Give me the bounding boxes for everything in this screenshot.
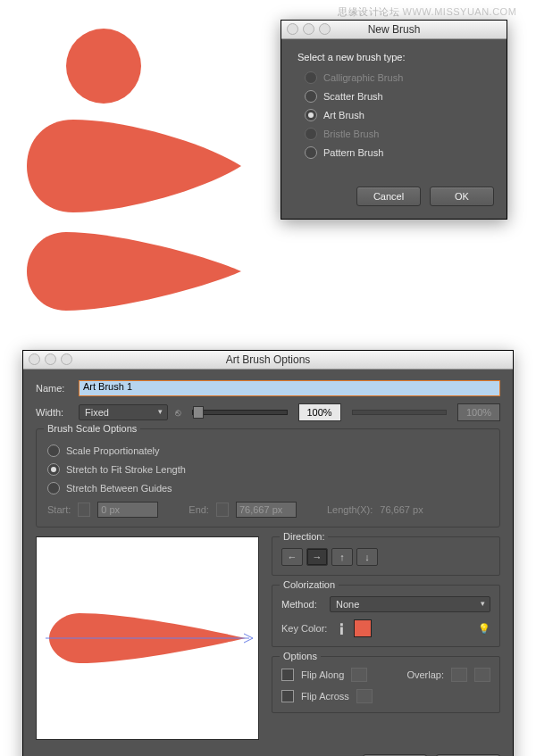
direction-right[interactable]: → [306, 548, 328, 566]
start-value: 0 px [97, 502, 158, 518]
artwork-shapes [27, 29, 268, 312]
direction-up[interactable]: ↑ [331, 548, 353, 566]
width-label: Width: [36, 407, 71, 418]
direction-left[interactable]: ← [281, 548, 303, 566]
radio-icon[interactable] [305, 90, 317, 103]
dialog-titlebar[interactable]: Art Brush Options [23, 351, 513, 370]
radio-icon[interactable] [305, 109, 317, 121]
width-dropdown[interactable]: Fixed [79, 404, 168, 420]
new-brush-heading: Select a new brush type: [297, 52, 492, 62]
method-dropdown[interactable]: None [330, 596, 490, 612]
scale-legend: Brush Scale Options [44, 423, 140, 434]
brush-type-pattern[interactable]: Pattern Brush [305, 146, 492, 159]
ok-button[interactable]: OK [430, 187, 494, 206]
pressure-icon: ⎋ [175, 407, 181, 418]
scale-proportionately[interactable]: Scale Proportionately [47, 444, 489, 457]
brush-type-scatter[interactable]: Scatter Brush [305, 90, 492, 103]
brush-type-bristle: Bristle Brush [305, 128, 492, 140]
brush-type-calligraphic: Calligraphic Brush [305, 71, 492, 84]
options-legend: Options [280, 651, 321, 661]
width-value-2: 100% [457, 403, 500, 421]
dialog-title: New Brush [368, 23, 421, 36]
width-slider-2 [352, 410, 448, 415]
method-label: Method: [281, 599, 322, 610]
close-icon[interactable] [287, 23, 298, 35]
flip-along-checkbox[interactable] [281, 669, 294, 681]
shape-teardrop-narrow [27, 232, 241, 311]
dialog-titlebar[interactable]: New Brush [281, 21, 507, 39]
colorization-legend: Colorization [280, 579, 339, 590]
radio-icon[interactable] [47, 444, 60, 457]
radio-icon[interactable] [47, 482, 60, 494]
window-controls[interactable] [287, 23, 331, 35]
overlap-option-2[interactable] [474, 668, 490, 682]
cancel-button[interactable]: Cancel [356, 187, 421, 206]
end-value: 76,667 px [236, 502, 297, 518]
overlap-option-1[interactable] [451, 668, 467, 682]
zoom-icon[interactable] [319, 23, 331, 35]
close-icon[interactable] [29, 353, 40, 365]
name-input[interactable]: Art Brush 1 [79, 380, 500, 396]
width-slider-1[interactable] [192, 410, 288, 415]
flip-along-label: Flip Along [301, 669, 344, 680]
minimize-icon[interactable] [303, 23, 314, 35]
direction-down[interactable]: ↓ [356, 548, 378, 566]
eyedropper-icon[interactable] [331, 619, 349, 637]
watermark: 思缘设计论坛 WWW.MISSYUAN.COM [338, 5, 516, 19]
brush-scale-options: Brush Scale Options Scale Proportionatel… [36, 428, 500, 528]
brush-type-art[interactable]: Art Brush [305, 109, 492, 121]
options-group: Options Flip Along Overlap: Flip Across [272, 656, 500, 713]
radio-icon[interactable] [47, 463, 60, 476]
zoom-icon[interactable] [61, 353, 72, 365]
key-color-label: Key Color: [281, 623, 327, 634]
overlap-label: Overlap: [406, 669, 444, 680]
start-label: Start: [47, 504, 71, 515]
stretch-between-guides[interactable]: Stretch Between Guides [47, 482, 489, 494]
direction-legend: Direction: [280, 531, 328, 542]
shape-teardrop-wide [27, 120, 241, 212]
flip-across-label: Flip Across [301, 691, 349, 702]
flip-across-checkbox[interactable] [281, 690, 294, 702]
length-value: 76,667 px [380, 504, 423, 515]
watermark-en: WWW.MISSYUAN.COM [403, 6, 517, 17]
radio-icon[interactable] [305, 146, 317, 159]
length-label: Length(X): [327, 504, 373, 515]
minimize-icon[interactable] [45, 353, 56, 365]
flip-across-icon [356, 689, 373, 703]
window-controls[interactable] [29, 353, 72, 365]
art-brush-options-dialog: Art Brush Options Name: Art Brush 1 Widt… [22, 350, 514, 756]
radio-icon [305, 71, 317, 84]
brush-preview [36, 536, 259, 740]
direction-group: Direction: ← → ↑ ↓ [272, 536, 500, 576]
radio-icon [305, 128, 317, 140]
end-label: End: [188, 504, 209, 515]
tips-icon[interactable]: 💡 [478, 623, 490, 635]
key-color-swatch[interactable] [354, 619, 372, 637]
watermark-cn: 思缘设计论坛 [338, 6, 399, 17]
shape-circle [66, 29, 141, 104]
dialog-title: Art Brush Options [226, 353, 311, 366]
name-label: Name: [36, 383, 71, 394]
link-icon [78, 503, 90, 517]
flip-along-icon [351, 668, 367, 682]
colorization-group: Colorization Method: None Key Color: 💡 [272, 585, 500, 647]
new-brush-dialog: New Brush Select a new brush type: Calli… [281, 20, 507, 220]
stretch-to-fit[interactable]: Stretch to Fit Stroke Length [47, 463, 489, 476]
width-value-1[interactable]: 100% [298, 403, 341, 421]
link-icon [216, 503, 229, 517]
